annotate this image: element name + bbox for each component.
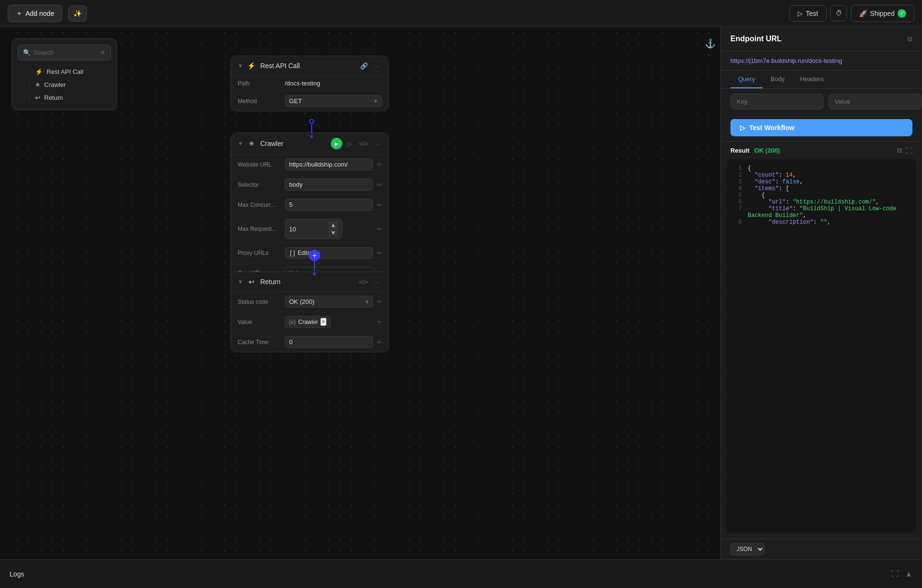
edit-icon[interactable]: ✏ <box>377 161 382 168</box>
node-crawler-title: Crawler <box>260 140 327 147</box>
search-box: 🔍 ≡ <box>18 45 111 60</box>
node-rest-api-actions: 🔗 ··· <box>358 61 382 71</box>
chevron-down-icon[interactable]: ▼ <box>238 279 243 285</box>
max-concur-label: Max Concurr... <box>238 202 281 208</box>
node-return-body: Status code OK (200) ▾ ✏ Value {x} Crawl… <box>231 292 388 352</box>
history-button[interactable]: ⏱ <box>830 5 847 21</box>
return-icon: ↩ <box>247 277 256 287</box>
increment-button[interactable]: ▲ <box>328 221 338 229</box>
right-panel: Endpoint URL ⧉ https://j1bm7e.buildship.… <box>720 27 922 559</box>
rocket-icon: 🚀 <box>859 10 867 17</box>
field-selector: Selector body ✏ <box>231 175 388 195</box>
method-value: GET <box>289 97 302 105</box>
node-return: ▼ ↩ Return </> ··· Status code OK (200) … <box>230 272 389 352</box>
brackets-icon: [ ] <box>290 250 295 256</box>
toolbar-right: ▷ Test ⏱ 🚀 Shipped ✓ <box>789 5 914 22</box>
status-code-label: Status code <box>238 299 281 305</box>
code-button[interactable]: </> <box>357 139 370 148</box>
field-website-url: Website URL https://buildship.com/ ✏ <box>231 155 388 175</box>
edit-icon[interactable]: ✏ <box>377 181 382 188</box>
test-button[interactable]: ▷ Test <box>789 5 826 22</box>
play-icon: ▷ <box>740 124 745 132</box>
method-select[interactable]: GET ▾ <box>285 95 382 107</box>
edit-icon[interactable]: ✏ <box>377 202 382 208</box>
max-concur-value[interactable]: 5 <box>285 199 373 211</box>
play-button[interactable]: ▷ <box>345 139 354 148</box>
json-line-4: 4 "items": [ <box>732 185 910 192</box>
more-button[interactable]: ··· <box>373 139 382 148</box>
website-url-value[interactable]: https://buildship.com/ <box>285 158 373 170</box>
node-crawler-actions: ▶ ▷ </> ··· <box>331 138 382 149</box>
max-request-value: 10 <box>289 226 296 233</box>
json-line-1: 1 { <box>732 165 910 172</box>
more-button[interactable]: ··· <box>373 61 382 71</box>
cache-time-label: Cache Time <box>238 339 281 346</box>
add-node-button[interactable]: ＋ Add node <box>8 5 62 22</box>
search-input[interactable] <box>34 49 97 56</box>
tab-query[interactable]: Query <box>730 71 763 88</box>
edit-icon[interactable]: ✏ <box>377 319 382 325</box>
value-tag: {x} Crawler ✕ <box>285 316 331 328</box>
sidebar-item-return[interactable]: ⋮⋮ ↩ Return <box>18 91 111 104</box>
status-code-value: OK (200) <box>289 298 315 305</box>
tab-headers[interactable]: Headers <box>792 71 831 88</box>
decrement-button[interactable]: ▼ <box>328 229 338 237</box>
result-status: OK (200) <box>754 147 780 154</box>
field-method-label: Method <box>238 98 281 105</box>
sidebar-item-crawler[interactable]: ⋮⋮ ✳ Crawler <box>18 78 111 91</box>
key-input[interactable] <box>730 94 824 109</box>
more-button[interactable]: ··· <box>373 277 382 287</box>
chevron-down-icon[interactable]: ▼ <box>238 141 243 146</box>
expand-logs-button[interactable]: ⛶ <box>891 570 899 578</box>
cache-time-value[interactable]: 0 <box>285 336 373 348</box>
format-select[interactable]: JSON Text <box>730 543 764 555</box>
copy-button[interactable]: ⧉ <box>908 35 912 43</box>
arrow-down-icon: ▼ <box>309 133 315 140</box>
field-max-request: Max Request... 10 ▲ ▼ ✏ <box>231 215 388 243</box>
edit-icon[interactable]: ✏ <box>377 339 382 346</box>
json-line-2: 2 "count": 14, <box>732 172 910 179</box>
selector-value[interactable]: body <box>285 179 373 191</box>
max-request-select[interactable]: 10 ▲ ▼ <box>285 219 342 239</box>
field-path-value: /docs-testing <box>285 80 382 87</box>
connector-line <box>314 261 315 271</box>
magic-button[interactable]: ✨ <box>68 5 87 22</box>
edit-icon[interactable]: ✏ <box>377 299 382 305</box>
copy-result-button[interactable]: ⧉ <box>897 146 902 155</box>
panel-tabs: Query Body Headers <box>721 71 922 89</box>
sidebar: 🔍 ≡ ⋮⋮ ⚡ Rest API Call ⋮⋮ ✳ Crawler ⋮⋮ ↩… <box>12 38 117 110</box>
toolbar: ＋ Add node ✨ ▷ Test ⏱ 🚀 Shipped ✓ <box>0 0 922 27</box>
field-value: Value {x} Crawler ✕ ✏ <box>231 312 388 332</box>
add-node-connector-button[interactable]: ＋ <box>309 250 320 261</box>
chevron-down-icon[interactable]: ▼ <box>238 63 243 69</box>
field-method: Method GET ▾ <box>231 91 388 111</box>
editor-button[interactable]: [ ] Editor <box>285 247 373 259</box>
link-button[interactable]: 🔗 <box>358 61 370 71</box>
kv-row: 🗑 <box>721 89 922 114</box>
sidebar-item-label: Rest API Call <box>47 68 84 75</box>
expand-result-button[interactable]: ⛶ <box>906 146 912 155</box>
filter-button[interactable]: ≡ <box>100 48 106 57</box>
proxy-urls-label: Proxy URLs <box>238 250 281 256</box>
anchor-icon[interactable]: ⚓ <box>705 38 716 49</box>
rest-api-icon: ⚡ <box>35 68 43 75</box>
test-workflow-button[interactable]: ▷ Test Workflow <box>730 119 912 136</box>
status-code-select[interactable]: OK (200) ▾ <box>285 296 373 308</box>
shipped-button[interactable]: 🚀 Shipped ✓ <box>851 5 914 22</box>
return-icon: ↩ <box>35 94 40 101</box>
edit-icon[interactable]: ✏ <box>377 226 382 232</box>
drag-handle-icon: ⋮⋮ <box>22 82 31 87</box>
value-input[interactable] <box>828 94 922 109</box>
json-line-6: 6 "url": "https://buildship.com/", <box>732 199 910 205</box>
edit-icon[interactable]: ✏ <box>377 250 382 256</box>
tab-body[interactable]: Body <box>763 71 792 88</box>
history-icon: ⏱ <box>836 10 842 17</box>
drag-handle-icon: ⋮⋮ <box>22 95 31 100</box>
code-button[interactable]: </> <box>357 277 370 287</box>
panel-title: Endpoint URL <box>730 35 782 43</box>
remove-tag-button[interactable]: ✕ <box>320 318 327 326</box>
crawler-icon: ✳ <box>35 81 40 88</box>
collapse-logs-button[interactable]: ▲ <box>905 570 912 578</box>
panel-header: Endpoint URL ⧉ <box>721 27 922 51</box>
sidebar-item-rest-api[interactable]: ⋮⋮ ⚡ Rest API Call <box>18 65 111 78</box>
